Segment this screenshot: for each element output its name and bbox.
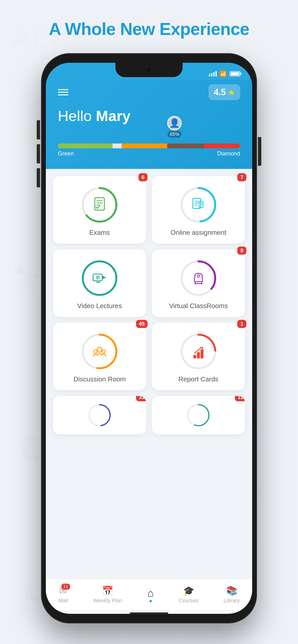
nav-item-courses[interactable]: 🎓 Courses xyxy=(179,586,198,604)
progress-bar xyxy=(58,144,240,148)
mail-badge: 11 xyxy=(61,584,70,590)
progress-percent: 65% xyxy=(168,131,181,138)
label-virtual-classrooms: Virtual ClassRooms xyxy=(169,302,228,310)
svg-text:🔭: 🔭 xyxy=(12,265,42,294)
progress-label-right: Diamond xyxy=(217,150,240,157)
badge-partial-2: 13 xyxy=(235,396,245,401)
partial-card-2[interactable]: 13 xyxy=(152,396,245,434)
nav-label-library: Library xyxy=(224,598,240,604)
star-icon: ★ xyxy=(228,88,235,97)
greeting-plain: Hello xyxy=(58,108,96,124)
card-virtual-classrooms[interactable]: 8 xyxy=(152,250,245,317)
card-online-assignment[interactable]: 7 xyxy=(152,176,245,244)
hamburger-menu[interactable] xyxy=(58,89,68,95)
card-exams[interactable]: 6 xyxy=(53,176,146,244)
circle-video-lectures xyxy=(80,259,119,297)
label-discussion-room: Discussion Room xyxy=(73,376,126,383)
nav-item-library[interactable]: 📚 Library xyxy=(224,586,240,604)
badge-virtual-classrooms: 8 xyxy=(237,246,246,255)
badge-exams: 6 xyxy=(138,173,147,181)
nav-label-weekly-plan: Weekly Plan xyxy=(93,598,122,604)
circle-report-cards xyxy=(179,332,218,371)
battery-icon xyxy=(230,71,240,76)
card-report-cards[interactable]: 1 xyxy=(152,323,245,390)
nav-label-courses: Courses xyxy=(179,598,198,604)
badge-online-assignment: 7 xyxy=(237,173,246,181)
library-icon: 📚 xyxy=(226,586,237,596)
circle-exams xyxy=(80,186,119,224)
notch xyxy=(115,63,183,77)
greeting: Hello Mary xyxy=(58,107,240,124)
svg-point-25 xyxy=(83,262,116,295)
courses-icon: 🎓 xyxy=(183,586,194,596)
home-icon: ⌂ xyxy=(147,587,154,599)
bottom-nav: ✉ 11 Mail 📅 Weekly Plan ⌂ 🎓 Courses 📚 Li… xyxy=(46,579,252,610)
circle-virtual-classrooms xyxy=(179,259,218,297)
page-title-bold: Experience xyxy=(160,20,249,38)
greeting-name: Mary xyxy=(96,108,131,124)
home-active-dot xyxy=(150,600,152,602)
page-title-plain: A Whole New xyxy=(49,20,159,38)
partial-card-row: 31 13 xyxy=(53,396,245,434)
partial-card-1[interactable]: 31 xyxy=(53,396,146,434)
avatar: 👤 xyxy=(167,116,182,130)
badge-partial-1: 31 xyxy=(136,396,146,401)
weekly-plan-icon: 📅 xyxy=(102,586,113,596)
wifi-icon: 📶 xyxy=(220,70,227,77)
badge-report-cards: 1 xyxy=(237,320,246,328)
card-discussion-room[interactable]: 45 xyxy=(53,323,146,390)
avatar-marker: 👤 65% xyxy=(167,116,182,138)
label-exams: Exams xyxy=(89,229,110,236)
circle-online-assignment xyxy=(179,186,218,224)
circle-discussion-room xyxy=(80,332,119,371)
nav-item-weekly-plan[interactable]: 📅 Weekly Plan xyxy=(93,586,122,604)
label-online-assignment: Online assignment xyxy=(171,229,226,236)
content-area: 6 xyxy=(46,169,252,579)
screen: 📶 4.5 ★ Hello Mary xyxy=(46,63,252,614)
card-video-lectures[interactable]: Video Lectures xyxy=(53,250,146,317)
label-video-lectures: Video Lectures xyxy=(77,302,122,310)
phone-frame: 📶 4.5 ★ Hello Mary xyxy=(41,53,257,624)
card-grid: 6 xyxy=(53,176,245,390)
progress-label-left: Green xyxy=(58,150,74,157)
rating-badge: 4.5 ★ xyxy=(209,84,240,100)
nav-item-mail[interactable]: ✉ 11 Mail xyxy=(58,586,68,604)
home-indicator-bar xyxy=(130,612,168,614)
nav-item-home[interactable]: ⌂ xyxy=(147,587,154,602)
nav-label-mail: Mail xyxy=(58,598,68,604)
progress-section: 👤 65% Green Diamond xyxy=(58,129,240,157)
page-title: A Whole New Experience xyxy=(49,19,249,39)
badge-discussion-room: 45 xyxy=(136,320,147,328)
app-header: 4.5 ★ Hello Mary 👤 65% xyxy=(46,80,252,169)
label-report-cards: Report Cards xyxy=(179,376,219,383)
rating-value: 4.5 xyxy=(214,87,226,97)
